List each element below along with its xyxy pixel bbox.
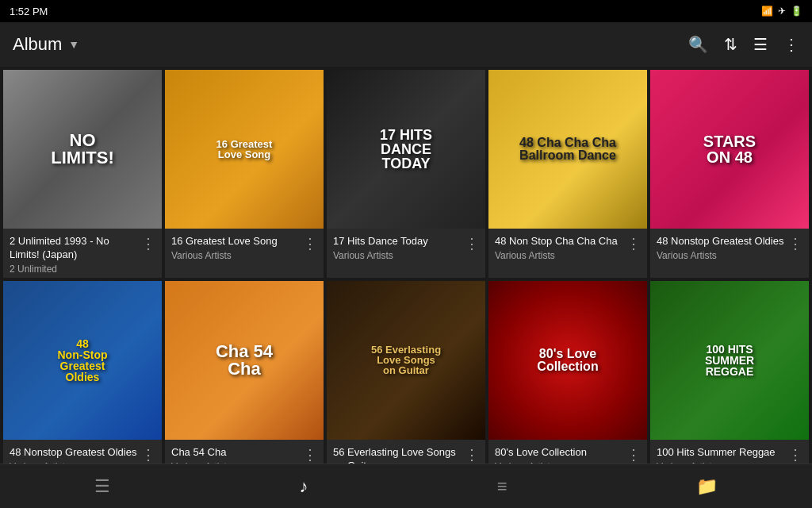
album-art-text: NO LIMITS! <box>3 70 162 229</box>
album-art-text: 48 Non-Stop Greatest Oldies <box>3 281 162 440</box>
tracks-icon: ☰ <box>94 476 110 497</box>
album-artist: Various Artists <box>657 461 802 464</box>
album-title: 17 Hits Dance Today <box>333 235 463 248</box>
time-display: 1:52 PM <box>10 6 48 17</box>
more-options-button[interactable]: ⋮ <box>783 35 799 54</box>
airplane-icon: ✈ <box>778 6 786 17</box>
album-item[interactable]: 80's Love Collection80's Love Collection… <box>488 281 647 464</box>
album-item[interactable]: 48 Cha Cha Cha Ballroom Dance48 Non Stop… <box>488 70 647 278</box>
album-more-button[interactable]: ⋮ <box>462 444 482 464</box>
album-more-button[interactable]: ⋮ <box>300 233 320 254</box>
album-info: 48 Non Stop Cha Cha ChaVarious Artists⋮ <box>488 229 647 264</box>
content-area: NO LIMITS!2 Unlimited 1993 - No Limits! … <box>0 67 812 464</box>
album-info: 17 Hits Dance TodayVarious Artists⋮ <box>327 229 485 264</box>
album-art-text: 80's Love Collection <box>488 281 647 440</box>
album-info: Cha 54 ChaVarious Artists⋮ <box>165 440 324 464</box>
nav-tracks[interactable]: ☰ <box>79 470 126 503</box>
album-item[interactable]: STARS ON 4848 Nonstop Greatest OldiesVar… <box>650 70 809 278</box>
album-info: 16 Greatest Love SongVarious Artists⋮ <box>165 229 324 264</box>
album-art-text: 48 Cha Cha Cha Ballroom Dance <box>488 70 647 229</box>
album-item[interactable]: 16 Greatest Love Song16 Greatest Love So… <box>165 70 324 278</box>
album-art-text: Cha 54 Cha <box>165 281 324 440</box>
album-info: 48 Nonstop Greatest OldiesVarious Artist… <box>3 440 162 464</box>
nav-folders[interactable]: 📁 <box>680 470 733 503</box>
app-bar-actions: 🔍 ⇅ ☰ ⋮ <box>688 35 799 54</box>
album-title: 48 Non Stop Cha Cha Cha <box>495 235 625 248</box>
folders-icon: 📁 <box>696 476 718 497</box>
album-info: 2 Unlimited 1993 - No Limits! (Japan)2 U… <box>3 229 162 278</box>
nav-playlists[interactable]: ≡ <box>481 470 523 503</box>
album-title: 2 Unlimited 1993 - No Limits! (Japan) <box>10 235 140 262</box>
album-more-button[interactable]: ⋮ <box>462 233 482 254</box>
wifi-icon: 📶 <box>761 6 773 17</box>
album-artist: 2 Unlimited <box>10 264 155 275</box>
dropdown-icon[interactable]: ▼ <box>68 38 79 51</box>
album-more-button[interactable]: ⋮ <box>623 444 644 464</box>
album-item[interactable]: NO LIMITS!2 Unlimited 1993 - No Limits! … <box>3 70 162 278</box>
album-item[interactable]: Cha 54 ChaCha 54 ChaVarious Artists⋮ <box>165 281 324 464</box>
album-title: 48 Nonstop Greatest Oldies <box>10 446 140 460</box>
album-info: 48 Nonstop Greatest OldiesVarious Artist… <box>650 229 809 264</box>
album-artist: Various Artists <box>495 461 641 464</box>
album-art-text: 17 HITS DANCE TODAY <box>327 70 485 229</box>
album-art: 56 Everlasting Love Songs on Guitar <box>327 281 485 440</box>
app-bar-left: Album ▼ <box>13 34 79 55</box>
list-view-button[interactable]: ☰ <box>753 35 768 54</box>
battery-icon: 🔋 <box>791 6 802 17</box>
album-more-button[interactable]: ⋮ <box>623 233 644 254</box>
album-grid: NO LIMITS!2 Unlimited 1993 - No Limits! … <box>3 70 809 464</box>
status-icons: 📶 ✈ 🔋 <box>761 6 802 17</box>
app-bar: Album ▼ 🔍 ⇅ ☰ ⋮ <box>0 22 812 67</box>
album-item[interactable]: 100 HITS SUMMER REGGAE100 Hits Summer Re… <box>650 281 809 464</box>
album-more-button[interactable]: ⋮ <box>138 444 159 464</box>
playlists-icon: ≡ <box>497 476 508 497</box>
nowplaying-icon: ♪ <box>299 476 308 497</box>
album-more-button[interactable]: ⋮ <box>785 444 806 464</box>
status-bar: 1:52 PM 📶 ✈ 🔋 <box>0 0 812 22</box>
album-title: 100 Hits Summer Reggae <box>657 446 787 460</box>
album-art: 48 Non-Stop Greatest Oldies <box>3 281 162 440</box>
album-artist: Various Artists <box>10 461 155 464</box>
album-art: 80's Love Collection <box>488 281 647 440</box>
album-more-button[interactable]: ⋮ <box>300 444 320 464</box>
album-info: 56 Everlasting Love Songs on GuitarVario… <box>327 440 485 464</box>
album-art: NO LIMITS! <box>3 70 162 229</box>
album-artist: Various Artists <box>495 250 641 261</box>
album-art: STARS ON 48 <box>650 70 809 229</box>
album-art: 100 HITS SUMMER REGGAE <box>650 281 809 440</box>
album-more-button[interactable]: ⋮ <box>785 233 806 254</box>
album-art: Cha 54 Cha <box>165 281 324 440</box>
album-title: 80's Love Collection <box>495 446 625 460</box>
album-art-text: STARS ON 48 <box>650 70 809 229</box>
album-art-text: 56 Everlasting Love Songs on Guitar <box>327 281 485 440</box>
album-item[interactable]: 17 HITS DANCE TODAY17 Hits Dance TodayVa… <box>327 70 485 278</box>
app-title: Album <box>13 34 62 55</box>
album-title: 48 Nonstop Greatest Oldies <box>657 235 787 248</box>
album-artist: Various Artists <box>657 250 802 261</box>
album-art: 17 HITS DANCE TODAY <box>327 70 485 229</box>
filter-button[interactable]: ⇅ <box>724 35 737 54</box>
album-info: 80's Love CollectionVarious Artists⋮ <box>488 440 647 464</box>
album-art: 16 Greatest Love Song <box>165 70 324 229</box>
album-art-text: 16 Greatest Love Song <box>165 70 324 229</box>
album-art-text: 100 HITS SUMMER REGGAE <box>650 281 809 440</box>
bottom-nav: ☰ ♪ ≡ 📁 <box>0 464 812 508</box>
album-art: 48 Cha Cha Cha Ballroom Dance <box>488 70 647 229</box>
nav-nowplaying[interactable]: ♪ <box>283 470 324 503</box>
search-button[interactable]: 🔍 <box>688 35 708 54</box>
album-artist: Various Artists <box>333 250 479 261</box>
album-item[interactable]: 48 Non-Stop Greatest Oldies48 Nonstop Gr… <box>3 281 162 464</box>
album-more-button[interactable]: ⋮ <box>138 233 159 254</box>
album-artist: Various Artists <box>171 461 317 464</box>
album-item[interactable]: 56 Everlasting Love Songs on Guitar56 Ev… <box>327 281 485 464</box>
album-artist: Various Artists <box>171 250 317 261</box>
album-title: Cha 54 Cha <box>171 446 301 460</box>
album-title: 16 Greatest Love Song <box>171 235 301 248</box>
album-title: 56 Everlasting Love Songs on Guitar <box>333 446 463 464</box>
album-info: 100 Hits Summer ReggaeVarious Artists⋮ <box>650 440 809 464</box>
